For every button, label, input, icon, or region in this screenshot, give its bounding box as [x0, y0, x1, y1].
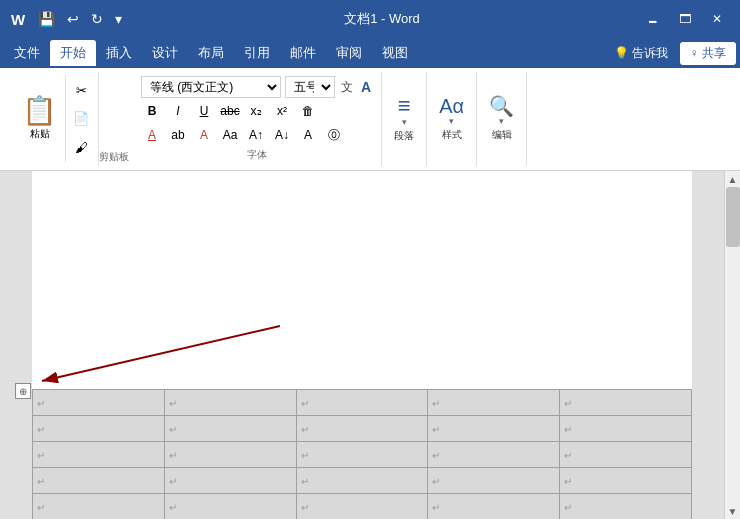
clipboard-label: 剪贴板 — [99, 150, 129, 166]
table-cell[interactable] — [428, 442, 560, 468]
char-button[interactable]: A — [297, 124, 319, 146]
paragraph-icon: ≡ — [398, 95, 411, 117]
table-row — [33, 416, 692, 442]
clear-format-button[interactable]: 🗑 — [297, 100, 319, 122]
highlight-button[interactable]: ab — [167, 124, 189, 146]
paragraph-label: 段落 — [394, 129, 414, 143]
menu-references[interactable]: 引用 — [234, 40, 280, 66]
document-wrapper: ⊕ — [0, 171, 724, 519]
table-cell[interactable] — [164, 390, 296, 416]
table-cell[interactable] — [164, 442, 296, 468]
style-group[interactable]: Aα ▾ 样式 — [427, 72, 477, 166]
table-cell[interactable] — [296, 390, 428, 416]
underline-button[interactable]: U — [193, 100, 215, 122]
superscript-button[interactable]: x² — [271, 100, 293, 122]
table-cell[interactable] — [33, 442, 165, 468]
minimize-button[interactable]: 🗕 — [638, 4, 668, 34]
case-button[interactable]: Aa — [219, 124, 241, 146]
menu-home[interactable]: 开始 — [50, 40, 96, 66]
paragraph-expand-icon: ▾ — [402, 117, 407, 127]
font-size-inc-button[interactable]: A↑ — [245, 124, 267, 146]
table-row — [33, 468, 692, 494]
save-button[interactable]: 💾 — [34, 9, 59, 29]
redo-button[interactable]: ↻ — [87, 9, 107, 29]
font-label: 字体 — [141, 148, 373, 162]
bold-button[interactable]: B — [141, 100, 163, 122]
word-icon: W — [8, 9, 28, 29]
menu-right: 💡 告诉我 ♀ 共享 — [606, 41, 736, 66]
table-cell[interactable] — [33, 390, 165, 416]
table-cell[interactable] — [560, 390, 692, 416]
table-cell[interactable] — [428, 468, 560, 494]
style-expand-icon: ▾ — [449, 116, 454, 126]
paragraph-group[interactable]: ≡ ▾ 段落 — [382, 72, 427, 166]
font-row-2: B I U abc x₂ x² 🗑 — [141, 100, 373, 122]
font-grow-icon[interactable]: A — [359, 77, 373, 97]
window-title: 文档1 - Word — [126, 10, 638, 28]
table-cell[interactable] — [560, 442, 692, 468]
dropdown-button[interactable]: ▾ — [111, 9, 126, 29]
scroll-down-button[interactable]: ▼ — [725, 503, 741, 519]
scroll-track — [725, 187, 740, 503]
menu-insert[interactable]: 插入 — [96, 40, 142, 66]
table-cell[interactable] — [560, 494, 692, 520]
maximize-button[interactable]: 🗖 — [670, 4, 700, 34]
strikethrough-button[interactable]: abc — [219, 100, 241, 122]
style-icon: Aα — [439, 96, 464, 116]
share-button[interactable]: ♀ 共享 — [680, 42, 736, 65]
menu-mail[interactable]: 邮件 — [280, 40, 326, 66]
table-cell[interactable] — [33, 494, 165, 520]
editing-icon: 🔍 — [489, 96, 514, 116]
tell-me-button[interactable]: 💡 告诉我 — [606, 41, 676, 66]
menu-file[interactable]: 文件 — [4, 40, 50, 66]
menu-review[interactable]: 审阅 — [326, 40, 372, 66]
table-cell[interactable] — [296, 416, 428, 442]
table-cell[interactable] — [560, 416, 692, 442]
font-row-3: A ab A Aa A↑ A↓ A ⓪ — [141, 124, 373, 146]
font-shade-button[interactable]: A — [193, 124, 215, 146]
copy-button[interactable]: 📄 — [70, 108, 92, 130]
circle-icon[interactable]: ⓪ — [323, 124, 345, 146]
font-row-1: 等线 (西文正文) 五号 文 A — [141, 76, 373, 98]
table-move-handle[interactable]: ⊕ — [15, 383, 31, 399]
font-family-selector[interactable]: 等线 (西文正文) — [141, 76, 281, 98]
editing-group[interactable]: 🔍 ▾ 编辑 — [477, 72, 527, 166]
table-row — [33, 390, 692, 416]
cut-button[interactable]: ✂ — [70, 79, 92, 101]
paste-button[interactable]: 📋 粘贴 — [14, 76, 66, 162]
word-table[interactable] — [32, 389, 692, 519]
table-cell[interactable] — [164, 416, 296, 442]
font-size-dec-button[interactable]: A↓ — [271, 124, 293, 146]
table-cell[interactable] — [428, 494, 560, 520]
format-painter-button[interactable]: 🖌 — [70, 137, 92, 159]
title-bar-left: W 💾 ↩ ↻ ▾ — [8, 9, 126, 29]
document-area: ⊕ ▲ ▼ — [0, 171, 740, 519]
menu-view[interactable]: 视图 — [372, 40, 418, 66]
menu-design[interactable]: 设计 — [142, 40, 188, 66]
italic-button[interactable]: I — [167, 100, 189, 122]
style-label: 样式 — [442, 128, 462, 142]
table-cell[interactable] — [33, 416, 165, 442]
table-cell[interactable] — [428, 390, 560, 416]
clipboard-group: 📋 粘贴 ✂ 📄 🖌 — [8, 72, 99, 166]
scroll-thumb[interactable] — [726, 187, 740, 247]
table-cell[interactable] — [164, 494, 296, 520]
table-cell[interactable] — [33, 468, 165, 494]
close-button[interactable]: ✕ — [702, 4, 732, 34]
undo-button[interactable]: ↩ — [63, 9, 83, 29]
table-cell[interactable] — [428, 416, 560, 442]
font-size-selector[interactable]: 五号 — [285, 76, 335, 98]
table-cell[interactable] — [560, 468, 692, 494]
scroll-up-button[interactable]: ▲ — [725, 171, 741, 187]
font-expand-icon[interactable]: 文 — [339, 77, 355, 98]
table-cell[interactable] — [296, 494, 428, 520]
editing-label: 编辑 — [492, 128, 512, 142]
font-color-button[interactable]: A — [141, 124, 163, 146]
table-cell[interactable] — [296, 468, 428, 494]
menu-layout[interactable]: 布局 — [188, 40, 234, 66]
table-cell[interactable] — [164, 468, 296, 494]
table-cell[interactable] — [296, 442, 428, 468]
subscript-button[interactable]: x₂ — [245, 100, 267, 122]
vertical-scrollbar[interactable]: ▲ ▼ — [724, 171, 740, 519]
ribbon: 📋 粘贴 ✂ 📄 🖌 剪贴板 等线 (西文正文) 五号 文 — [0, 68, 740, 171]
